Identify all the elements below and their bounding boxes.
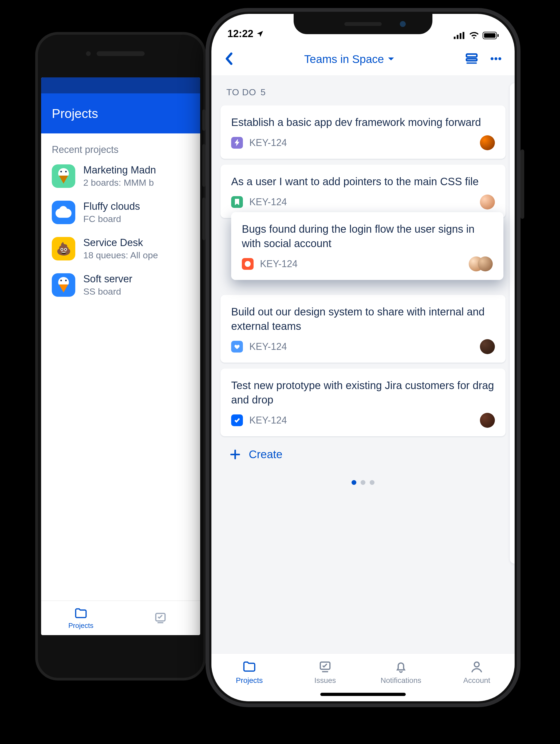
assignee-avatar	[480, 135, 495, 150]
issue-type-task-icon	[231, 414, 243, 426]
project-item-fluffy[interactable]: Fluffy clouds FC board	[41, 194, 200, 230]
iphone-frame: 12:22 Teams in Space	[206, 8, 521, 707]
chevron-left-icon	[223, 52, 234, 65]
board-title: Teams in Space	[304, 53, 384, 66]
issue-card[interactable]: Build out our design system to share wit…	[221, 295, 506, 363]
nav-projects[interactable]: Projects	[41, 601, 121, 635]
tab-issues[interactable]: Issues	[287, 654, 363, 691]
plus-icon	[229, 448, 241, 460]
project-item-marketing[interactable]: Marketing Madn 2 boards: MMM b	[41, 158, 200, 194]
location-icon	[256, 30, 264, 38]
issues-icon	[153, 611, 167, 625]
assignee-avatar	[480, 339, 495, 354]
issue-type-epic-icon	[231, 137, 243, 149]
account-icon	[470, 660, 484, 674]
issue-title: Bugs found during the login flow the use…	[242, 222, 493, 251]
board-column: TO DO 5 Establish a basic app dev framew…	[212, 75, 515, 653]
assignee-avatars	[469, 256, 493, 271]
svg-rect-3	[460, 33, 461, 39]
board-layout-button[interactable]	[465, 52, 479, 67]
volume-up-button	[202, 144, 206, 187]
issue-card[interactable]: Test new prototype with existing Jira cu…	[221, 369, 506, 436]
issue-title: Establish a basic app dev framework movi…	[231, 115, 495, 129]
back-button[interactable]	[223, 52, 234, 66]
svg-rect-4	[462, 32, 464, 39]
issue-key: KEY-124	[249, 196, 287, 208]
issue-key: KEY-124	[249, 137, 287, 148]
project-subtitle: FC board	[83, 214, 140, 224]
more-horizontal-icon	[489, 52, 502, 65]
board-icon	[465, 52, 479, 66]
issue-key: KEY-124	[249, 341, 287, 352]
wifi-icon	[469, 32, 479, 39]
folder-icon	[74, 606, 88, 621]
folder-icon	[242, 660, 257, 674]
android-phone-frame: Projects Recent projects Marketing Madn …	[35, 32, 206, 680]
page-dot[interactable]	[361, 480, 365, 485]
android-screen: Projects Recent projects Marketing Madn …	[41, 77, 200, 635]
svg-rect-7	[497, 34, 498, 37]
project-title: Soft server	[83, 273, 133, 285]
column-label: TO DO	[226, 87, 256, 98]
svg-rect-2	[457, 35, 458, 39]
recent-projects-heading: Recent projects	[41, 134, 200, 158]
create-label: Create	[249, 448, 283, 461]
column-pagination	[221, 464, 506, 491]
tab-label: Projects	[236, 676, 263, 685]
svg-rect-6	[484, 33, 495, 38]
tab-label: Issues	[314, 676, 336, 685]
page-dot-active[interactable]	[351, 480, 356, 485]
project-title: Service Desk	[83, 237, 158, 249]
page-dot[interactable]	[370, 480, 374, 485]
issue-card[interactable]: Establish a basic app dev framework movi…	[221, 105, 506, 159]
assignee-avatar	[480, 194, 495, 210]
issue-card[interactable]: As a user I want to add pointers to the …	[221, 165, 506, 218]
board-switcher[interactable]: Teams in Space	[304, 53, 395, 66]
bell-icon	[394, 660, 408, 674]
android-front-camera	[86, 51, 91, 56]
iphone-screen: 12:22 Teams in Space	[212, 14, 515, 701]
more-button[interactable]	[489, 52, 502, 67]
project-avatar-icon	[52, 164, 75, 188]
mute-switch	[202, 109, 206, 131]
android-app-title: Projects	[52, 106, 98, 121]
svg-rect-9	[466, 59, 477, 61]
nav-bar: Teams in Space	[212, 43, 515, 75]
issue-type-improvement-icon	[231, 341, 243, 352]
project-list: Marketing Madn 2 boards: MMM b Fluffy cl…	[41, 158, 200, 600]
project-item-servicedesk[interactable]: 💩 Service Desk 18 queues: All ope	[41, 230, 200, 267]
nav-label: Projects	[68, 622, 94, 630]
create-issue-button[interactable]: Create	[221, 442, 506, 464]
project-subtitle: 2 boards: MMM b	[83, 178, 156, 188]
svg-point-11	[491, 58, 493, 60]
android-speaker	[97, 51, 145, 56]
nav-issues[interactable]	[121, 601, 200, 635]
android-bottom-nav: Projects	[41, 600, 200, 635]
tab-notifications[interactable]: Notifications	[363, 654, 439, 691]
project-title: Fluffy clouds	[83, 201, 140, 212]
home-indicator[interactable]	[320, 693, 406, 696]
tab-projects[interactable]: Projects	[212, 654, 287, 691]
project-avatar-icon	[52, 201, 75, 224]
project-item-softserver[interactable]: Soft server SS board	[41, 267, 200, 303]
svg-rect-1	[454, 37, 456, 39]
issue-type-story-icon	[231, 196, 243, 208]
android-status-bar	[41, 77, 200, 94]
cellular-icon	[454, 32, 465, 39]
issue-key: KEY-124	[260, 258, 298, 269]
card-list: Establish a basic app dev framework movi…	[221, 105, 506, 464]
project-subtitle: SS board	[83, 286, 133, 297]
issue-type-bug-icon	[242, 258, 254, 270]
svg-point-12	[495, 58, 497, 60]
svg-rect-8	[466, 54, 477, 57]
issue-card-dragging[interactable]: Bugs found during the login flow the use…	[231, 212, 503, 280]
assignee-avatar	[478, 256, 493, 271]
project-avatar-icon	[52, 273, 75, 297]
issue-title: As a user I want to add pointers to the …	[231, 174, 495, 189]
next-column-peek[interactable]	[510, 83, 515, 564]
issue-key: KEY-124	[249, 415, 287, 426]
svg-rect-10	[466, 63, 477, 64]
chevron-down-icon	[387, 57, 395, 62]
tab-account[interactable]: Account	[439, 654, 515, 691]
battery-icon	[483, 32, 498, 39]
